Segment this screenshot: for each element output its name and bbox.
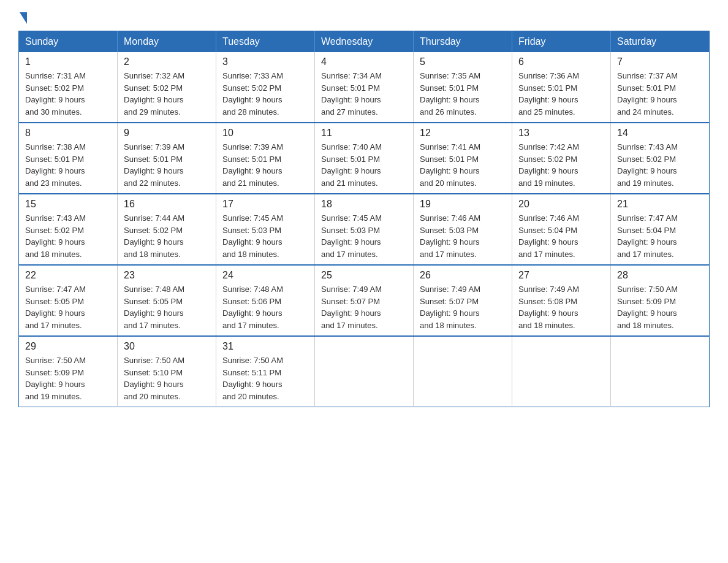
day-cell: 16 Sunrise: 7:44 AMSunset: 5:02 PMDaylig…	[118, 194, 216, 265]
logo	[18, 12, 27, 20]
day-info: Sunrise: 7:35 AMSunset: 5:01 PMDaylight:…	[420, 71, 480, 117]
day-info: Sunrise: 7:50 AMSunset: 5:10 PMDaylight:…	[124, 356, 184, 401]
day-info: Sunrise: 7:47 AMSunset: 5:05 PMDaylight:…	[25, 285, 86, 330]
day-cell: 24 Sunrise: 7:48 AMSunset: 5:06 PMDaylig…	[216, 265, 315, 336]
day-cell: 21 Sunrise: 7:47 AMSunset: 5:04 PMDaylig…	[611, 194, 710, 265]
logo-triangle-icon	[20, 12, 27, 24]
week-row-4: 22 Sunrise: 7:47 AMSunset: 5:05 PMDaylig…	[19, 265, 710, 336]
week-row-5: 29 Sunrise: 7:50 AMSunset: 5:09 PMDaylig…	[19, 336, 710, 407]
day-cell: 12 Sunrise: 7:41 AMSunset: 5:01 PMDaylig…	[414, 123, 512, 194]
day-number: 3	[222, 56, 308, 67]
day-info: Sunrise: 7:37 AMSunset: 5:01 PMDaylight:…	[617, 71, 678, 117]
day-info: Sunrise: 7:34 AMSunset: 5:01 PMDaylight:…	[321, 71, 382, 117]
day-info: Sunrise: 7:47 AMSunset: 5:04 PMDaylight:…	[617, 213, 678, 259]
day-number: 27	[518, 270, 604, 281]
day-header-thursday: Thursday	[414, 31, 512, 53]
day-cell: 7 Sunrise: 7:37 AMSunset: 5:01 PMDayligh…	[611, 52, 710, 123]
day-number: 31	[222, 341, 308, 352]
day-cell: 30 Sunrise: 7:50 AMSunset: 5:10 PMDaylig…	[118, 336, 216, 407]
day-cell	[414, 336, 512, 407]
day-cell: 13 Sunrise: 7:42 AMSunset: 5:02 PMDaylig…	[512, 123, 611, 194]
day-number: 21	[617, 199, 703, 210]
day-cell: 31 Sunrise: 7:50 AMSunset: 5:11 PMDaylig…	[216, 336, 315, 407]
day-info: Sunrise: 7:40 AMSunset: 5:01 PMDaylight:…	[321, 142, 382, 188]
day-info: Sunrise: 7:46 AMSunset: 5:03 PMDaylight:…	[420, 213, 480, 259]
day-info: Sunrise: 7:46 AMSunset: 5:04 PMDaylight:…	[518, 213, 579, 259]
day-header-friday: Friday	[512, 31, 611, 53]
day-info: Sunrise: 7:39 AMSunset: 5:01 PMDaylight:…	[124, 142, 184, 188]
week-row-1: 1 Sunrise: 7:31 AMSunset: 5:02 PMDayligh…	[19, 52, 710, 123]
page-header	[18, 12, 710, 20]
day-number: 15	[25, 199, 111, 210]
day-header-sunday: Sunday	[19, 31, 118, 53]
day-number: 25	[321, 270, 407, 281]
day-cell: 15 Sunrise: 7:43 AMSunset: 5:02 PMDaylig…	[19, 194, 118, 265]
day-info: Sunrise: 7:38 AMSunset: 5:01 PMDaylight:…	[25, 142, 86, 188]
day-number: 22	[25, 270, 111, 281]
day-number: 6	[518, 56, 604, 67]
day-number: 17	[222, 199, 308, 210]
day-number: 4	[321, 56, 407, 67]
day-info: Sunrise: 7:50 AMSunset: 5:09 PMDaylight:…	[25, 356, 86, 401]
day-number: 23	[124, 270, 210, 281]
day-number: 20	[518, 199, 604, 210]
day-cell: 18 Sunrise: 7:45 AMSunset: 5:03 PMDaylig…	[315, 194, 414, 265]
day-info: Sunrise: 7:50 AMSunset: 5:11 PMDaylight:…	[222, 356, 283, 401]
day-info: Sunrise: 7:32 AMSunset: 5:02 PMDaylight:…	[124, 71, 184, 117]
day-header-saturday: Saturday	[611, 31, 710, 53]
day-number: 16	[124, 199, 210, 210]
week-row-2: 8 Sunrise: 7:38 AMSunset: 5:01 PMDayligh…	[19, 123, 710, 194]
day-info: Sunrise: 7:49 AMSunset: 5:08 PMDaylight:…	[518, 285, 579, 330]
day-number: 11	[321, 128, 407, 139]
day-cell: 20 Sunrise: 7:46 AMSunset: 5:04 PMDaylig…	[512, 194, 611, 265]
day-cell: 1 Sunrise: 7:31 AMSunset: 5:02 PMDayligh…	[19, 52, 118, 123]
day-cell: 19 Sunrise: 7:46 AMSunset: 5:03 PMDaylig…	[414, 194, 512, 265]
day-info: Sunrise: 7:31 AMSunset: 5:02 PMDaylight:…	[25, 71, 86, 117]
day-header-wednesday: Wednesday	[315, 31, 414, 53]
day-info: Sunrise: 7:42 AMSunset: 5:02 PMDaylight:…	[518, 142, 579, 188]
day-header-monday: Monday	[118, 31, 216, 53]
day-cell: 26 Sunrise: 7:49 AMSunset: 5:07 PMDaylig…	[414, 265, 512, 336]
day-cell: 27 Sunrise: 7:49 AMSunset: 5:08 PMDaylig…	[512, 265, 611, 336]
day-cell: 8 Sunrise: 7:38 AMSunset: 5:01 PMDayligh…	[19, 123, 118, 194]
day-cell: 17 Sunrise: 7:45 AMSunset: 5:03 PMDaylig…	[216, 194, 315, 265]
day-cell: 9 Sunrise: 7:39 AMSunset: 5:01 PMDayligh…	[118, 123, 216, 194]
day-cell: 23 Sunrise: 7:48 AMSunset: 5:05 PMDaylig…	[118, 265, 216, 336]
day-cell: 11 Sunrise: 7:40 AMSunset: 5:01 PMDaylig…	[315, 123, 414, 194]
day-number: 19	[420, 199, 506, 210]
day-info: Sunrise: 7:41 AMSunset: 5:01 PMDaylight:…	[420, 142, 480, 188]
day-number: 13	[518, 128, 604, 139]
day-info: Sunrise: 7:43 AMSunset: 5:02 PMDaylight:…	[25, 213, 86, 259]
day-cell: 22 Sunrise: 7:47 AMSunset: 5:05 PMDaylig…	[19, 265, 118, 336]
day-cell: 29 Sunrise: 7:50 AMSunset: 5:09 PMDaylig…	[19, 336, 118, 407]
day-headers-row: SundayMondayTuesdayWednesdayThursdayFrid…	[19, 31, 710, 53]
day-info: Sunrise: 7:45 AMSunset: 5:03 PMDaylight:…	[222, 213, 283, 259]
day-number: 10	[222, 128, 308, 139]
day-cell: 28 Sunrise: 7:50 AMSunset: 5:09 PMDaylig…	[611, 265, 710, 336]
day-info: Sunrise: 7:50 AMSunset: 5:09 PMDaylight:…	[617, 285, 678, 330]
day-cell	[315, 336, 414, 407]
day-cell: 10 Sunrise: 7:39 AMSunset: 5:01 PMDaylig…	[216, 123, 315, 194]
day-info: Sunrise: 7:48 AMSunset: 5:05 PMDaylight:…	[124, 285, 184, 330]
day-info: Sunrise: 7:33 AMSunset: 5:02 PMDaylight:…	[222, 71, 283, 117]
day-info: Sunrise: 7:45 AMSunset: 5:03 PMDaylight:…	[321, 213, 382, 259]
day-number: 9	[124, 128, 210, 139]
day-cell: 14 Sunrise: 7:43 AMSunset: 5:02 PMDaylig…	[611, 123, 710, 194]
day-info: Sunrise: 7:39 AMSunset: 5:01 PMDaylight:…	[222, 142, 283, 188]
day-cell: 25 Sunrise: 7:49 AMSunset: 5:07 PMDaylig…	[315, 265, 414, 336]
day-info: Sunrise: 7:49 AMSunset: 5:07 PMDaylight:…	[420, 285, 480, 330]
day-cell	[611, 336, 710, 407]
day-number: 18	[321, 199, 407, 210]
day-number: 1	[25, 56, 111, 67]
day-header-tuesday: Tuesday	[216, 31, 315, 53]
day-cell: 3 Sunrise: 7:33 AMSunset: 5:02 PMDayligh…	[216, 52, 315, 123]
week-row-3: 15 Sunrise: 7:43 AMSunset: 5:02 PMDaylig…	[19, 194, 710, 265]
day-number: 7	[617, 56, 703, 67]
day-number: 5	[420, 56, 506, 67]
day-number: 12	[420, 128, 506, 139]
day-cell: 6 Sunrise: 7:36 AMSunset: 5:01 PMDayligh…	[512, 52, 611, 123]
day-cell: 5 Sunrise: 7:35 AMSunset: 5:01 PMDayligh…	[414, 52, 512, 123]
day-info: Sunrise: 7:49 AMSunset: 5:07 PMDaylight:…	[321, 285, 382, 330]
day-info: Sunrise: 7:43 AMSunset: 5:02 PMDaylight:…	[617, 142, 678, 188]
day-info: Sunrise: 7:36 AMSunset: 5:01 PMDaylight:…	[518, 71, 579, 117]
